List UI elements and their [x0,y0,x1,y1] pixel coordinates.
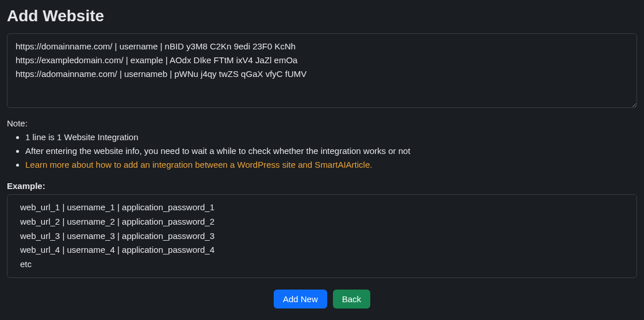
learn-more-link[interactable]: Learn more about how to add an integrati… [25,160,372,169]
example-line: web_url_1 | username_1 | application_pas… [20,201,624,215]
note-list: 1 line is 1 Website Integration After en… [7,130,637,172]
note-item: Learn more about how to add an integrati… [25,158,637,172]
example-box: web_url_1 | username_1 | application_pas… [7,194,637,278]
note-item: After entering the website info, you nee… [25,144,637,158]
note-label: Note: [7,118,637,128]
button-row: Add New Back [7,290,637,309]
note-section: Note: 1 line is 1 Website Integration Af… [7,118,637,172]
example-label: Example: [7,181,637,191]
example-line: web_url_3 | username_3 | application_pas… [20,229,624,244]
back-button[interactable]: Back [333,290,370,309]
example-line: web_url_2 | username_2 | application_pas… [20,215,624,229]
website-input-textarea[interactable] [7,33,637,108]
add-new-button[interactable]: Add New [274,290,327,309]
page-title: Add Website [7,7,637,25]
example-line: web_url_4 | username_4 | application_pas… [20,243,624,257]
note-item: 1 line is 1 Website Integration [25,130,637,144]
example-line: etc [20,257,624,272]
